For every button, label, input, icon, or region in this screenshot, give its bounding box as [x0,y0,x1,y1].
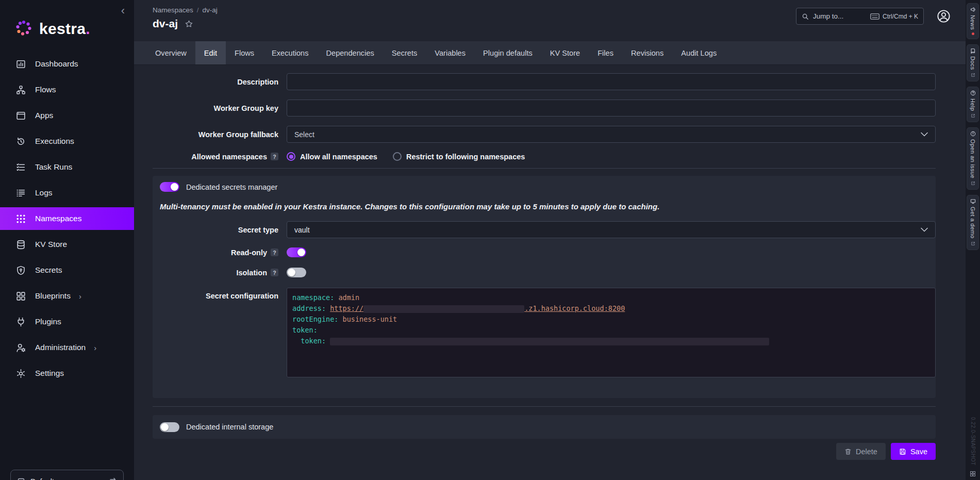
switch-tenant-icon [109,477,117,480]
docs-icon [970,48,976,54]
sidebar-item-blueprints[interactable]: Blueprints› [0,285,134,307]
internal-storage-toggle-label: Dedicated internal storage [186,423,273,431]
help-icon[interactable]: ? [271,249,278,256]
help-icon[interactable]: ? [271,269,278,276]
tab-audit-logs[interactable]: Audit Logs [672,41,725,64]
delete-button[interactable]: Delete [836,443,886,460]
save-button[interactable]: Save [891,443,936,460]
sidebar-item-logs[interactable]: Logs [0,181,134,204]
worker-group-key-input[interactable] [287,100,936,117]
topbar: Namespaces / dv-aj dv-aj [134,0,966,41]
rail-menu-icon[interactable] [970,471,976,477]
task-runs-icon [15,161,27,173]
tab-edit[interactable]: Edit [195,41,226,64]
sidebar-item-task-runs[interactable]: Task Runs [0,156,134,178]
executions-icon [15,136,27,147]
tenant-label: Default [30,477,54,480]
internal-storage-toggle[interactable] [160,422,179,432]
chevron-down-icon [921,132,928,137]
namespace-edit-form: Description Worker Group key Worker Grou… [134,65,966,480]
user-avatar-icon[interactable] [936,9,951,24]
divider [153,168,936,169]
rail-item-label: Get a demo [970,207,976,238]
isolation-toggle[interactable] [287,268,306,277]
help-icon [970,90,976,96]
sidebar-item-label: Logs [35,188,53,197]
version-label: 0.22.0-SNAPSHOT [970,417,976,466]
worker-group-key-label: Worker Group key [153,104,278,112]
right-rail: NewsDocsHelpOpen an issueGet a demo 0.22… [966,0,980,480]
right-rail-items: NewsDocsHelpOpen an issueGet a demo [967,3,979,250]
rail-item-get-a-demo[interactable]: Get a demo [967,195,979,250]
external-link-icon [971,181,975,186]
sidebar-item-secrets[interactable]: Secrets [0,259,134,282]
tab-executions[interactable]: Executions [263,41,317,64]
tab-kv-store[interactable]: KV Store [541,41,589,64]
apps-icon [15,110,27,121]
search-icon [802,13,809,20]
tab-bar: OverviewEditFlowsExecutionsDependenciesS… [134,41,966,65]
search-placeholder: Jump to... [813,12,843,20]
secret-type-label: Secret type [153,226,278,234]
rail-item-news[interactable]: News [967,3,979,39]
brand[interactable]: kestra. [0,0,134,53]
secret-type-select[interactable]: vault [287,221,936,238]
sidebar-item-label: Namespaces [35,214,81,223]
tab-plugin-defaults[interactable]: Plugin defaults [474,41,541,64]
sidebar-item-label: Flows [35,85,56,94]
tab-overview[interactable]: Overview [146,41,195,64]
breadcrumb-current[interactable]: dv-aj [203,6,218,14]
news-icon [970,7,976,12]
chevron-down-icon [921,227,928,232]
external-link-icon [971,113,975,118]
radio-option-allow-all-namespaces[interactable]: Allow all namespaces [287,152,377,161]
sidebar-item-dashboards[interactable]: Dashboards [0,53,134,75]
read-only-toggle[interactable] [287,247,306,257]
tab-flows[interactable]: Flows [226,41,263,64]
sidebar-item-label: Blueprints [35,291,71,301]
tenant-selector[interactable]: Default [10,470,124,480]
worker-group-fallback-select[interactable]: Select [287,126,936,143]
divider [153,406,936,407]
sidebar-item-label: Apps [35,111,53,120]
sidebar-item-label: Task Runs [35,162,72,172]
favorite-star-icon[interactable] [185,20,193,28]
sidebar-item-label: Administration [35,343,86,352]
sidebar: ‹ kestra. DashboardsFlowsAppsExecutionsT… [0,0,134,480]
tab-revisions[interactable]: Revisions [622,41,672,64]
rail-item-open-an-issue[interactable]: Open an issue [967,127,979,190]
secret-config-editor[interactable]: namespace: adminaddress: https://.z1.has… [287,288,936,377]
secrets-manager-toggle[interactable] [160,182,179,192]
isolation-label: Isolation ? [153,269,278,277]
rail-item-label: Docs [970,56,976,70]
redacted-secret [330,338,769,345]
search-shortcut: Ctrl/Cmd + K [883,13,918,20]
page-title: dv-aj [153,18,178,30]
sidebar-item-settings[interactable]: Settings [0,362,134,385]
blueprints-icon [15,290,27,302]
rail-item-help[interactable]: Help [967,87,979,122]
sidebar-item-flows[interactable]: Flows [0,78,134,101]
tab-files[interactable]: Files [589,41,622,64]
sidebar-item-apps[interactable]: Apps [0,104,134,127]
sidebar-item-executions[interactable]: Executions [0,130,134,153]
rail-item-docs[interactable]: Docs [967,44,979,81]
tab-variables[interactable]: Variables [426,41,474,64]
description-input[interactable] [287,73,936,90]
help-icon[interactable]: ? [271,153,278,160]
sidebar-item-label: Secrets [35,266,62,275]
main-area: Namespaces / dv-aj dv-aj [134,0,966,480]
sidebar-item-plugins[interactable]: Plugins [0,310,134,333]
breadcrumb-parent[interactable]: Namespaces [153,6,193,14]
sidebar-collapse-icon[interactable]: ‹ [121,5,125,16]
sidebar-item-kv-store[interactable]: KV Store [0,233,134,256]
radio-option-restrict-to-following-namespaces[interactable]: Restrict to following namespaces [393,152,525,161]
tab-dependencies[interactable]: Dependencies [317,41,383,64]
jump-to-search[interactable]: Jump to... Ctrl/Cmd + K [796,8,924,25]
sidebar-item-administration[interactable]: Administration› [0,336,134,359]
description-label: Description [153,78,278,86]
sidebar-item-namespaces[interactable]: Namespaces [0,207,134,230]
administration-icon [15,342,27,353]
allowed-namespaces-options: Allow all namespacesRestrict to followin… [287,152,936,161]
tab-secrets[interactable]: Secrets [383,41,426,64]
